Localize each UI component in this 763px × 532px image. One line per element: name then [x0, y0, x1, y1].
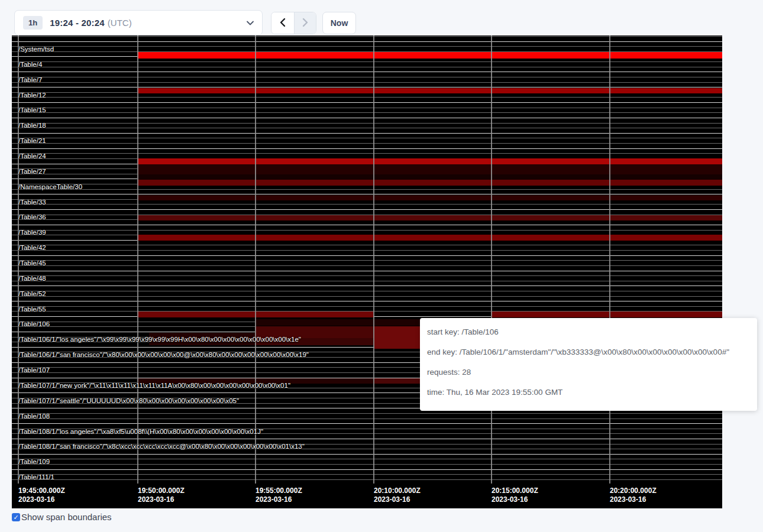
span-boundary-line: [12, 301, 722, 301]
span-boundary-line: [12, 67, 722, 67]
span-boundary-line: [12, 306, 722, 307]
time-range-selector[interactable]: 1h 19:24 - 20:24 (UTC): [14, 10, 263, 35]
heat-band: [137, 52, 722, 59]
span-boundary-line: [12, 133, 722, 134]
row-key-label: /Table/12: [18, 91, 46, 99]
span-boundary-line: [12, 439, 722, 439]
heat-band: [137, 180, 722, 186]
span-boundary-line: [12, 459, 722, 459]
span-boundary-line: [12, 108, 722, 108]
show-span-boundaries-label: Show span boundaries: [21, 512, 112, 522]
heatmap-tooltip: start key: /Table/106 end key: /Table/10…: [420, 318, 757, 411]
time-range-timezone: (UTC): [108, 18, 132, 28]
span-boundary-line: [12, 296, 722, 297]
time-gridline: [373, 35, 374, 484]
span-boundary-line: [12, 128, 722, 128]
show-span-boundaries-checkbox[interactable]: ✓: [12, 513, 20, 521]
row-key-label: /Table/4: [18, 60, 42, 69]
span-boundary-line: [12, 148, 722, 149]
span-boundary-line: [12, 413, 722, 414]
span-boundary-line: [12, 118, 722, 118]
heat-band: [374, 326, 420, 349]
row-key-label: /Table/106/1/"san francisco"/"\x80\x00\x…: [18, 351, 309, 359]
row-key-label: /Table/111/1: [18, 473, 54, 481]
row-key-label: /Table/107: [18, 366, 50, 374]
span-boundary-line: [12, 36, 722, 37]
time-tick-label: 19:45:00.000Z: [18, 486, 65, 495]
row-key-label: /Table/106: [18, 320, 50, 328]
span-boundary-line: [12, 281, 722, 281]
tooltip-time: time: Thu, 16 Mar 2023 19:55:00 GMT: [427, 382, 750, 403]
span-boundary-line: [12, 454, 722, 455]
key-visualizer-heatmap[interactable]: /System/tsd/Table/4/Table/7/Table/12/Tab…: [12, 35, 722, 508]
span-boundary-line: [12, 102, 722, 103]
heat-band: [374, 378, 420, 384]
span-boundary-line: [12, 82, 722, 83]
span-boundary-line: [12, 72, 722, 72]
span-boundary-line: [12, 123, 722, 124]
time-tick-date: 2023-03-16: [256, 495, 292, 504]
time-tick-date: 2023-03-16: [610, 495, 646, 504]
span-boundary-line: [12, 474, 722, 475]
time-tick-date: 2023-03-16: [138, 495, 174, 504]
span-boundary-line: [12, 138, 722, 138]
row-key-label: /Table/27: [18, 167, 46, 176]
span-boundary-line: [12, 260, 722, 261]
span-boundary-line: [12, 230, 722, 231]
row-key-label: /Table/21: [18, 137, 46, 145]
row-key-label: /Table/55: [18, 305, 46, 313]
row-key-label: /Table/33: [18, 198, 46, 206]
row-key-label: /Table/52: [18, 290, 46, 298]
time-tick-date: 2023-03-16: [374, 495, 410, 504]
heat-band: [137, 158, 722, 164]
heat-band: [137, 174, 722, 180]
span-boundary-line: [12, 265, 722, 266]
heat-band: [137, 88, 722, 93]
time-gridline: [491, 35, 492, 484]
span-boundary-line: [12, 204, 722, 205]
row-key-label: /Table/108: [18, 412, 50, 420]
span-boundary-line: [12, 271, 722, 271]
span-boundary-line: [12, 419, 722, 419]
span-boundary-line: [12, 46, 722, 47]
span-boundary-line: [12, 250, 722, 251]
row-key-label: /NamespaceTable/30: [18, 183, 82, 191]
time-tick-label: 19:50:00.000Z: [138, 486, 185, 495]
span-boundary-line: [12, 245, 722, 245]
row-key-label: /Table/107/1/"new york"/"\x11\x11\x11\x1…: [18, 381, 290, 390]
time-tick-label: 20:20:00.000Z: [610, 486, 657, 495]
span-boundary-line: [12, 464, 722, 465]
span-boundary-line: [12, 61, 722, 62]
heat-band: [137, 195, 722, 200]
row-key-label: /Table/36: [18, 213, 46, 221]
row-key-label: /Table/7: [18, 76, 42, 84]
time-tick-label: 19:55:00.000Z: [256, 486, 302, 495]
span-boundary-line: [12, 112, 722, 113]
row-key-label: /Table/109: [18, 458, 50, 466]
span-boundary-line: [12, 97, 722, 98]
chevron-left-icon: [279, 18, 286, 29]
span-boundary-line: [12, 291, 722, 291]
time-tick-date: 2023-03-16: [492, 495, 528, 504]
span-boundary-line: [12, 225, 722, 225]
heat-band: [137, 235, 722, 241]
time-range-text: 19:24 - 20:24: [50, 18, 105, 28]
row-key-label: /System/tsd: [18, 45, 54, 53]
span-boundary-line: [12, 41, 722, 42]
span-boundary-line: [12, 143, 722, 144]
time-gridline: [137, 35, 138, 484]
time-tick-label: 20:15:00.000Z: [492, 486, 538, 495]
prev-time-button[interactable]: [271, 12, 294, 34]
span-boundaries-row: ✓ Show span boundaries: [12, 512, 112, 522]
span-boundary-line: [12, 286, 722, 286]
chevron-right-icon: [302, 18, 309, 29]
heat-band: [137, 215, 722, 220]
time-gridline: [255, 35, 256, 484]
chevron-down-icon: [247, 21, 254, 25]
span-boundary-line: [12, 153, 722, 154]
row-key-label: /Table/42: [18, 244, 46, 252]
span-boundary-line: [12, 209, 722, 210]
now-button[interactable]: Now: [322, 12, 356, 34]
next-time-button[interactable]: [294, 12, 316, 34]
span-boundary-line: [12, 275, 722, 276]
